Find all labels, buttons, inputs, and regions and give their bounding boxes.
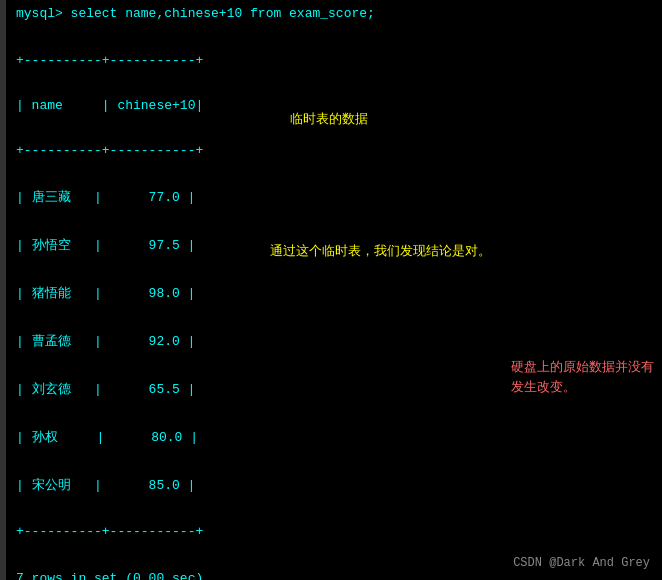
table1-row7: | 宋公明 | 85.0 | [16,476,654,494]
annotation2: 通过这个临时表，我们发现结论是对。 [270,242,491,260]
table1-row4: | 曹孟德 | 92.0 | [16,332,654,350]
table1-row3: | 猪悟能 | 98.0 | [16,284,654,302]
table1: +----------+-----------+ | name | chines… [16,23,654,569]
table1-sep-mid: +----------+-----------+ [16,143,654,158]
rows1-info: 7 rows in set (0.00 sec) [16,571,654,580]
table1-row1: | 唐三藏 | 77.0 | [16,188,654,206]
annotation3: 硬盘上的原始数据并没有 发生改变。 [511,358,654,397]
annotation3-line2: 发生改变。 [511,378,654,398]
terminal: mysql> select name,chinese+10 from exam_… [0,0,662,580]
table1-row6: | 孙权 | 80.0 | [16,428,654,446]
table1-sep-top: +----------+-----------+ [16,53,654,68]
query1-prompt: mysql> select name,chinese+10 from exam_… [16,6,654,21]
annotation1: 临时表的数据 [290,110,368,128]
annotation3-line1: 硬盘上的原始数据并没有 [511,358,654,378]
table1-sep-bot: +----------+-----------+ [16,524,654,539]
left-bar [0,0,6,580]
csdn-label: CSDN @Dark And Grey [513,556,650,570]
